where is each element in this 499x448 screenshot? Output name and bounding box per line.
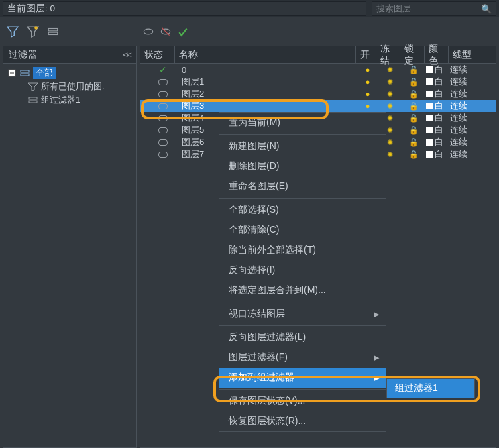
lock-toggle[interactable]: 🔓 bbox=[402, 90, 426, 99]
lock-toggle[interactable]: 🔓 bbox=[402, 126, 426, 135]
ctx-invert-sel[interactable]: 反向选择(I) bbox=[219, 260, 386, 280]
filter-all-icon bbox=[19, 68, 30, 78]
filters-panel-header[interactable]: 过滤器 << bbox=[3, 46, 136, 64]
status-icon bbox=[151, 139, 175, 146]
ctx-layer-filter[interactable]: 图层过滤器(F) ▶ bbox=[219, 347, 386, 368]
delete-layer-icon[interactable] bbox=[160, 25, 172, 38]
ctx-set-current[interactable]: 置为当前(M) bbox=[219, 113, 386, 133]
layer-name: 0 bbox=[175, 65, 357, 75]
filters-panel: 过滤器 << 全部 所有已使用的图. bbox=[3, 46, 137, 448]
context-menu: 置为当前(M) 新建图层(N) 删除图层(D) 重命名图层(E) 全部选择(S)… bbox=[219, 112, 386, 432]
col-linetype[interactable]: 线型 bbox=[449, 46, 496, 63]
expand-icon[interactable] bbox=[7, 69, 17, 77]
lock-toggle[interactable]: 🔓 bbox=[402, 66, 426, 74]
col-name[interactable]: 名称 bbox=[175, 46, 356, 63]
collapse-icon[interactable]: << bbox=[123, 50, 131, 60]
linetype-cell[interactable]: 连续 bbox=[450, 124, 496, 136]
layer-states-icon[interactable] bbox=[47, 25, 59, 38]
layer-name: 图层2 bbox=[175, 88, 357, 100]
ctx-delete-layer[interactable]: 删除图层(D) bbox=[219, 156, 386, 176]
new-layer-icon[interactable] bbox=[142, 25, 154, 38]
lock-toggle[interactable]: 🔓 bbox=[402, 114, 426, 123]
new-group-filter-icon[interactable] bbox=[27, 25, 39, 38]
color-cell[interactable]: 白 bbox=[426, 64, 450, 76]
tree-root[interactable]: 全部 bbox=[7, 66, 132, 80]
color-cell[interactable]: 白 bbox=[426, 100, 450, 112]
color-cell[interactable]: 白 bbox=[426, 124, 450, 136]
status-icon bbox=[151, 91, 175, 97]
color-cell[interactable]: 白 bbox=[426, 148, 450, 160]
lock-toggle[interactable]: 🔓 bbox=[402, 78, 426, 87]
ctx-new-layer[interactable]: 新建图层(N) bbox=[219, 136, 386, 156]
lock-toggle[interactable]: 🔓 bbox=[402, 150, 426, 159]
freeze-toggle[interactable]: ✺ bbox=[378, 90, 402, 99]
toolbar bbox=[0, 17, 499, 46]
ctx-save-state[interactable]: 保存图层状态(V)... bbox=[219, 391, 386, 411]
tree-item-group1[interactable]: 组过滤器1 bbox=[7, 93, 132, 107]
freeze-toggle[interactable]: ✺ bbox=[378, 102, 402, 111]
ctx-invert-filter[interactable]: 反向图层过滤器(L) bbox=[219, 327, 386, 347]
ctx-layer-filter-label: 图层过滤器(F) bbox=[229, 351, 288, 363]
linetype-cell[interactable]: 连续 bbox=[450, 76, 496, 88]
color-cell[interactable]: 白 bbox=[426, 136, 450, 148]
color-cell[interactable]: 白 bbox=[426, 88, 450, 100]
ctx-select-all-but[interactable]: 除当前外全部选择(T) bbox=[219, 240, 386, 260]
search-icon: 🔍 bbox=[481, 4, 492, 14]
ctx-select-all[interactable]: 全部选择(S) bbox=[219, 200, 386, 220]
filter-tree: 全部 所有已使用的图. 组过滤器1 bbox=[3, 64, 136, 109]
linetype-cell[interactable]: 连续 bbox=[450, 64, 496, 76]
ctx-vp-freeze[interactable]: 视口冻结图层 ▶ bbox=[219, 304, 386, 324]
linetype-cell[interactable]: 连续 bbox=[450, 88, 496, 100]
tree-item-used[interactable]: 所有已使用的图. bbox=[7, 80, 132, 93]
ctx-rename-layer[interactable]: 重命名图层(E) bbox=[219, 176, 386, 197]
lock-toggle[interactable]: 🔓 bbox=[402, 138, 426, 147]
filter-group-icon bbox=[27, 95, 38, 105]
status-icon bbox=[151, 115, 175, 121]
layer-row[interactable]: 图层1●✺🔓白连续 bbox=[140, 76, 496, 88]
layer-name: 图层3 bbox=[175, 100, 357, 112]
color-cell[interactable]: 白 bbox=[426, 76, 450, 88]
separator bbox=[219, 198, 386, 199]
on-toggle[interactable]: ● bbox=[357, 66, 378, 74]
layers-header-row: 状态 名称 开 冻结 锁定 颜色 线型 bbox=[140, 46, 496, 64]
ctx-merge-to[interactable]: 将选定图层合并到(M)... bbox=[219, 280, 386, 300]
set-current-icon[interactable] bbox=[177, 25, 189, 38]
status-icon: ✓ bbox=[151, 64, 175, 75]
col-status[interactable]: 状态 bbox=[140, 46, 175, 63]
separator bbox=[219, 389, 386, 390]
submenu-group-filter-1[interactable]: 组过滤器1 bbox=[386, 378, 475, 398]
tree-item-label: 组过滤器1 bbox=[41, 94, 80, 106]
linetype-cell[interactable]: 连续 bbox=[450, 112, 496, 124]
ctx-clear-all[interactable]: 全部清除(C) bbox=[219, 220, 386, 240]
freeze-toggle[interactable]: ✺ bbox=[378, 66, 402, 74]
color-cell[interactable]: 白 bbox=[426, 112, 450, 124]
col-on[interactable]: 开 bbox=[356, 46, 376, 63]
layer-row[interactable]: 图层3●✺🔓白连续 bbox=[140, 100, 496, 112]
col-lock[interactable]: 锁定 bbox=[400, 46, 425, 63]
freeze-toggle[interactable]: ✺ bbox=[378, 78, 402, 87]
on-toggle[interactable]: ● bbox=[357, 78, 378, 86]
on-toggle[interactable]: ● bbox=[357, 90, 378, 98]
layer-row[interactable]: 图层2●✺🔓白连续 bbox=[140, 88, 496, 100]
linetype-cell[interactable]: 连续 bbox=[450, 148, 496, 160]
current-layer-field[interactable]: 当前图层: 0 bbox=[3, 1, 366, 16]
layer-name: 图层1 bbox=[175, 76, 357, 88]
on-toggle[interactable]: ● bbox=[357, 102, 378, 110]
new-property-filter-icon[interactable] bbox=[7, 25, 19, 38]
svg-point-3 bbox=[144, 29, 153, 34]
ctx-vp-freeze-label: 视口冻结图层 bbox=[229, 308, 285, 320]
col-freeze[interactable]: 冻结 bbox=[376, 46, 400, 63]
separator bbox=[219, 134, 386, 135]
search-input[interactable]: 搜索图层 🔍 bbox=[372, 1, 496, 16]
ctx-restore-state[interactable]: 恢复图层状态(R)... bbox=[219, 411, 386, 431]
lock-toggle[interactable]: 🔓 bbox=[402, 102, 426, 111]
layer-row[interactable]: ✓0●✺🔓白连续 bbox=[140, 64, 496, 76]
svg-rect-9 bbox=[21, 74, 29, 76]
col-color[interactable]: 颜色 bbox=[425, 46, 449, 63]
ctx-add-to-group[interactable]: 添加到组过滤器 ▶ bbox=[219, 368, 386, 388]
linetype-cell[interactable]: 连续 bbox=[450, 136, 496, 148]
current-layer-label: 当前图层: 0 bbox=[7, 3, 55, 15]
chevron-right-icon: ▶ bbox=[374, 310, 379, 319]
svg-rect-8 bbox=[21, 70, 29, 72]
linetype-cell[interactable]: 连续 bbox=[450, 100, 496, 112]
